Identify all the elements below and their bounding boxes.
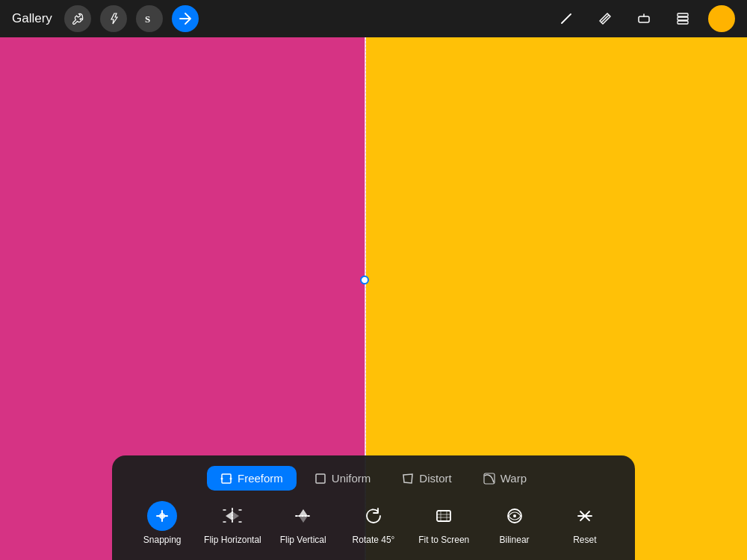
rotate-45-label: Rotate 45° [353,535,395,545]
svg-rect-2 [639,16,649,22]
mode-tabs: Freeform Uniform Distort [127,466,620,491]
reset-label: Reset [573,535,596,545]
svg-line-1 [562,14,571,23]
distort-icon [402,473,414,485]
snapping-button[interactable]: Snapping [132,501,192,545]
toolbar-left: Gallery S [12,5,199,32]
flip-vertical-label: Flip Vertical [280,535,326,545]
transform-button[interactable] [172,5,199,32]
brush-button[interactable] [630,5,657,32]
snapping-icon [147,501,177,531]
svg-rect-6 [678,21,688,24]
fit-to-screen-icon [429,501,459,531]
adjustments-button[interactable] [100,5,127,32]
bilinear-icon [500,501,530,531]
tab-distort-label: Distort [419,472,451,485]
smudge-button[interactable]: S [136,5,163,32]
bilinear-label: Bilinear [500,535,530,545]
svg-rect-5 [678,17,688,20]
transform-handle[interactable] [360,276,369,284]
flip-horizontal-icon [217,501,247,531]
flip-horizontal-label: Flip Horizontal [204,535,261,545]
eraser-pen-button[interactable] [592,5,619,32]
svg-rect-10 [316,474,325,483]
avatar-button[interactable] [708,5,735,32]
toolbar-right [553,5,735,32]
flip-vertical-icon [288,501,318,531]
bilinear-button[interactable]: Bilinear [485,501,545,545]
snapping-label: Snapping [143,535,182,545]
svg-rect-4 [678,13,688,16]
tab-warp[interactable]: Warp [470,466,540,491]
gallery-label[interactable]: Gallery [12,11,52,26]
bottom-panel: Freeform Uniform Distort [112,455,635,560]
freeform-icon [220,473,232,485]
layers-button[interactable] [669,5,696,32]
reset-button[interactable]: Reset [555,501,615,545]
fit-to-screen-label: Fit to Screen [418,535,469,545]
wrench-button[interactable] [64,5,91,32]
svg-point-8 [221,477,223,479]
flip-vertical-button[interactable]: Flip Vertical [273,501,333,545]
pen-tool-button[interactable] [553,5,580,32]
rotate-45-icon [359,501,388,531]
flip-horizontal-button[interactable]: Flip Horizontal [202,501,262,545]
warp-icon [483,473,495,485]
fit-to-screen-button[interactable]: Fit to Screen [414,501,474,545]
action-row: Snapping Flip Horizontal [127,501,620,545]
svg-rect-13 [437,511,450,521]
svg-point-9 [230,477,232,479]
top-toolbar: Gallery S [0,0,747,37]
uniform-icon [314,473,326,485]
rotate-45-button[interactable]: Rotate 45° [344,501,403,545]
tab-freeform-label: Freeform [238,472,283,485]
svg-text:S: S [145,13,150,25]
svg-point-19 [513,514,516,517]
svg-rect-7 [222,474,231,483]
tab-freeform[interactable]: Freeform [207,466,297,491]
tab-uniform-label: Uniform [332,472,371,485]
tab-warp-label: Warp [500,472,527,485]
reset-icon [570,501,600,531]
tab-uniform[interactable]: Uniform [301,466,385,491]
tab-distort[interactable]: Distort [388,466,465,491]
